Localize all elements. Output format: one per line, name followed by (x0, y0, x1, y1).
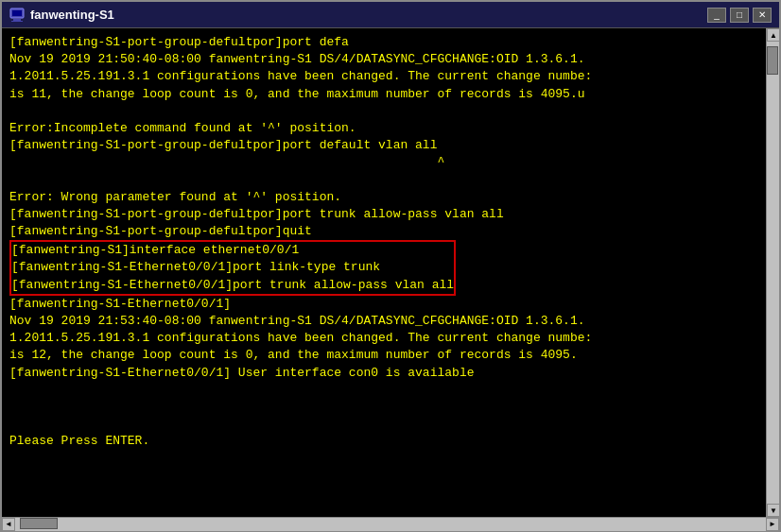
window-title: fanwenting-S1 (30, 8, 707, 22)
scroll-track-horizontal[interactable] (15, 518, 766, 531)
window-icon (9, 8, 25, 23)
terminal-window: fanwenting-S1 _ □ ✕ [fanwentring-S1-port… (0, 0, 781, 532)
minimize-button[interactable]: _ (707, 8, 726, 23)
scroll-thumb-vertical[interactable] (767, 46, 778, 75)
terminal-scroll-area[interactable]: [fanwentring-S1-port-group-defultpor]por… (2, 28, 766, 517)
title-bar: fanwenting-S1 _ □ ✕ (2, 2, 779, 28)
svg-rect-2 (13, 19, 21, 21)
svg-rect-1 (12, 10, 22, 16)
scroll-thumb-horizontal[interactable] (20, 518, 58, 529)
maximize-button[interactable]: □ (730, 8, 749, 23)
close-button[interactable]: ✕ (753, 8, 772, 23)
scroll-up-button[interactable]: ▲ (767, 28, 779, 42)
scroll-track-vertical[interactable] (767, 42, 779, 504)
scroll-right-button[interactable]: ► (766, 518, 779, 531)
horizontal-scrollbar[interactable]: ◄ ► (2, 517, 779, 530)
window-controls: _ □ ✕ (707, 8, 772, 23)
svg-rect-3 (11, 21, 23, 22)
vertical-scrollbar[interactable]: ▲ ▼ (766, 28, 779, 517)
scroll-down-button[interactable]: ▼ (767, 504, 779, 517)
terminal-output: [fanwentring-S1-port-group-defultpor]por… (9, 34, 758, 451)
terminal-wrapper: [fanwentring-S1-port-group-defultpor]por… (2, 28, 779, 517)
scroll-left-button[interactable]: ◄ (2, 518, 15, 531)
